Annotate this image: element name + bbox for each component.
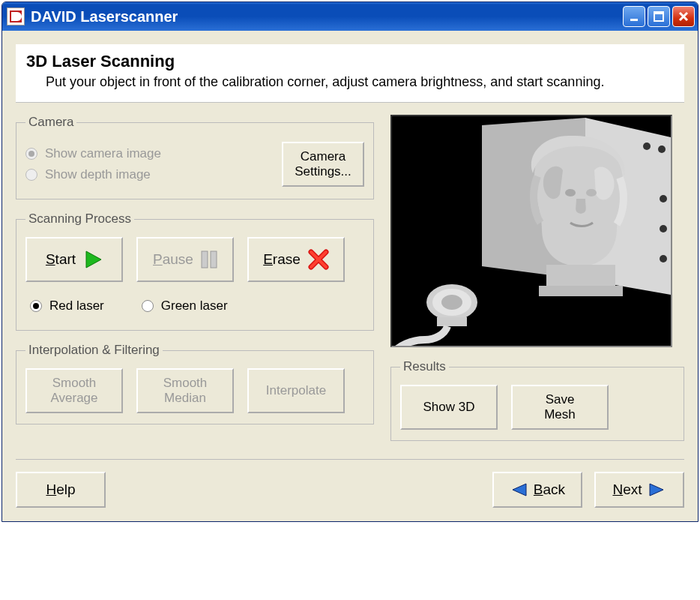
camera-group: Camera Show camera image Show depth imag… [16,115,374,200]
camera-preview [390,115,672,347]
svg-point-9 [658,146,666,153]
radio-label: Show depth image [45,167,151,182]
start-button[interactable]: Start [25,237,123,282]
show-camera-image-radio[interactable]: Show camera image [25,146,267,161]
minimize-button[interactable] [623,6,645,27]
play-icon [83,250,103,269]
camera-legend: Camera [25,115,76,130]
radio-icon [25,169,37,181]
svg-point-13 [565,189,576,196]
start-text: tart [55,251,76,267]
next-button[interactable]: Next [594,472,684,508]
results-group: Results Show 3D Save Mesh [390,359,684,441]
page-title: 3D Laser Scanning [26,52,674,71]
svg-rect-20 [437,317,467,326]
arrow-left-icon [510,482,528,497]
app-window: DAVID Laserscanner 3D Laser Scanning Put… [1,2,699,522]
help-button[interactable]: Help [16,472,106,508]
back-rest: ack [543,482,566,497]
red-laser-radio[interactable]: Red laser [30,298,104,314]
svg-rect-4 [211,251,217,268]
x-icon [308,249,329,270]
interpolate-button[interactable]: Interpolate [247,368,345,413]
window-title: DAVID Laserscanner [31,8,623,26]
next-rest: ext [623,482,642,497]
back-button[interactable]: Back [492,472,582,508]
svg-point-10 [660,195,667,202]
pause-button[interactable]: Pause [136,237,234,282]
client-area: 3D Laser Scanning Put your object in fro… [2,31,698,521]
title-bar[interactable]: DAVID Laserscanner [2,2,698,31]
smooth-average-button[interactable]: Smooth Average [25,368,123,413]
show-3d-button[interactable]: Show 3D [400,385,498,430]
radio-label: Green laser [161,298,228,314]
interpolation-group: Interpolation & Filtering Smooth Average… [16,343,374,424]
camera-settings-button[interactable]: Camera Settings... [282,142,364,188]
radio-icon [30,300,42,312]
app-icon [7,8,25,26]
interp-legend: Interpolation & Filtering [25,343,163,358]
green-laser-radio[interactable]: Green laser [142,298,228,314]
svg-point-8 [643,142,651,150]
maximize-button[interactable] [648,6,670,27]
erase-button[interactable]: Erase [247,237,345,282]
save-mesh-button[interactable]: Save Mesh [511,385,609,430]
svg-point-19 [441,295,462,310]
smooth-median-button[interactable]: Smooth Median [136,368,234,413]
svg-point-12 [660,255,667,262]
scanning-legend: Scanning Process [25,212,134,226]
help-rest: elp [56,482,75,497]
radio-label: Red laser [49,298,104,314]
window-controls [623,6,695,27]
page-description: Put your object in front of the calibrat… [26,74,674,90]
svg-point-14 [586,189,597,196]
svg-rect-3 [202,251,208,268]
radio-icon [142,300,154,312]
radio-label: Show camera image [45,146,161,161]
svg-rect-16 [539,286,623,296]
arrow-right-icon [648,482,666,497]
results-legend: Results [400,359,449,374]
svg-rect-2 [654,12,663,14]
svg-point-11 [660,225,667,232]
pause-icon [201,250,217,268]
close-button[interactable] [672,6,695,27]
page-header: 3D Laser Scanning Put your object in fro… [16,44,684,103]
show-depth-image-radio[interactable]: Show depth image [25,167,267,182]
svg-rect-15 [546,265,615,287]
radio-icon [25,148,37,160]
wizard-footer: Help Back Next [16,459,684,508]
svg-rect-0 [630,19,638,21]
scanning-process-group: Scanning Process Start Pause Erase [16,212,374,331]
